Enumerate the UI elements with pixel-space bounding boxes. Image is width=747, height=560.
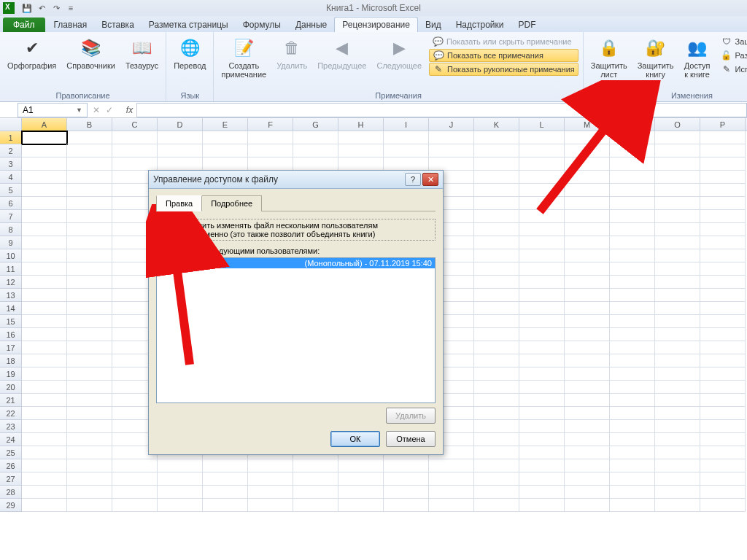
cell[interactable] bbox=[610, 459, 655, 472]
cell[interactable] bbox=[655, 236, 700, 249]
cell[interactable] bbox=[248, 472, 293, 486]
cell[interactable] bbox=[429, 158, 474, 171]
row-header[interactable]: 11 bbox=[0, 262, 22, 276]
tab-pdf[interactable]: PDF bbox=[511, 18, 543, 32]
cell[interactable] bbox=[384, 459, 429, 472]
cell[interactable] bbox=[700, 249, 746, 262]
cell[interactable] bbox=[248, 499, 293, 512]
cell[interactable] bbox=[429, 459, 474, 472]
cell[interactable] bbox=[293, 131, 338, 144]
cell[interactable] bbox=[565, 144, 610, 158]
cell[interactable] bbox=[293, 472, 338, 486]
cell[interactable] bbox=[22, 158, 67, 171]
cell[interactable] bbox=[22, 381, 67, 394]
cell[interactable] bbox=[338, 144, 384, 158]
cell[interactable] bbox=[22, 315, 67, 328]
row-header[interactable]: 10 bbox=[0, 249, 22, 262]
cell[interactable] bbox=[474, 289, 519, 302]
track-changes-button[interactable]: ✎Исправления ▾ bbox=[718, 63, 747, 76]
row-header[interactable]: 19 bbox=[0, 368, 22, 381]
cell[interactable] bbox=[474, 184, 519, 197]
cell[interactable] bbox=[429, 499, 474, 512]
share-workbook-button[interactable]: 👥Доступ к книге bbox=[681, 35, 713, 80]
cell[interactable] bbox=[565, 223, 610, 236]
cell[interactable] bbox=[22, 407, 67, 420]
qat-redo[interactable]: ↷ bbox=[50, 1, 63, 15]
cell[interactable] bbox=[384, 131, 429, 144]
cell[interactable] bbox=[67, 262, 112, 276]
cell[interactable] bbox=[474, 315, 519, 328]
cell[interactable] bbox=[655, 315, 700, 328]
cell[interactable] bbox=[158, 499, 203, 512]
col-header-G[interactable]: G bbox=[293, 118, 338, 131]
cell[interactable] bbox=[610, 407, 655, 420]
cell[interactable] bbox=[203, 486, 248, 499]
protect-share-button[interactable]: 🛡Защитить книгу bbox=[718, 35, 747, 48]
cell[interactable] bbox=[248, 486, 293, 499]
cell[interactable] bbox=[519, 459, 565, 472]
cell[interactable] bbox=[565, 131, 610, 144]
cell[interactable] bbox=[519, 486, 565, 499]
cell[interactable] bbox=[158, 459, 203, 472]
cell[interactable] bbox=[67, 486, 112, 499]
row-header[interactable]: 28 bbox=[0, 486, 22, 499]
cell[interactable] bbox=[67, 315, 112, 328]
cell[interactable] bbox=[67, 276, 112, 289]
cell[interactable] bbox=[67, 144, 112, 158]
cell[interactable] bbox=[565, 171, 610, 184]
cell[interactable] bbox=[474, 236, 519, 249]
cell[interactable] bbox=[293, 486, 338, 499]
cell[interactable] bbox=[700, 354, 746, 368]
cell[interactable] bbox=[655, 171, 700, 184]
cell[interactable] bbox=[474, 197, 519, 210]
select-all-corner[interactable] bbox=[0, 118, 22, 131]
cell[interactable] bbox=[384, 472, 429, 486]
cell[interactable] bbox=[22, 459, 67, 472]
cell[interactable] bbox=[565, 381, 610, 394]
cell[interactable] bbox=[519, 341, 565, 354]
cell[interactable] bbox=[67, 184, 112, 197]
cell[interactable] bbox=[474, 171, 519, 184]
tab-data[interactable]: Данные bbox=[288, 18, 334, 32]
user-list[interactable]: (Монопольный) - 07.11.2019 15:40 bbox=[156, 257, 436, 403]
cell[interactable] bbox=[474, 472, 519, 486]
cell[interactable] bbox=[700, 131, 746, 144]
cell[interactable] bbox=[610, 289, 655, 302]
cell[interactable] bbox=[67, 236, 112, 249]
cell[interactable] bbox=[158, 131, 203, 144]
protect-sheet-button[interactable]: 🔒Защитить лист bbox=[588, 35, 630, 80]
cell[interactable] bbox=[610, 420, 655, 433]
col-header-P[interactable]: P bbox=[700, 118, 746, 131]
cell[interactable] bbox=[519, 328, 565, 341]
cell[interactable] bbox=[474, 144, 519, 158]
showall-comments-button[interactable]: 💬Показать все примечания bbox=[429, 49, 578, 62]
cell[interactable] bbox=[610, 171, 655, 184]
col-header-A[interactable]: A bbox=[22, 118, 67, 131]
cell[interactable] bbox=[610, 276, 655, 289]
cell[interactable] bbox=[67, 394, 112, 407]
cell[interactable] bbox=[655, 302, 700, 315]
new-comment-button[interactable]: 📝Создать примечание bbox=[218, 35, 269, 80]
cell[interactable] bbox=[610, 354, 655, 368]
cell[interactable] bbox=[474, 341, 519, 354]
cell[interactable] bbox=[610, 249, 655, 262]
cell[interactable] bbox=[474, 328, 519, 341]
cell[interactable] bbox=[565, 210, 610, 223]
cell[interactable] bbox=[22, 223, 67, 236]
cell[interactable] bbox=[700, 276, 746, 289]
cell[interactable] bbox=[67, 354, 112, 368]
cell[interactable] bbox=[655, 459, 700, 472]
cell[interactable] bbox=[293, 459, 338, 472]
cell[interactable] bbox=[248, 158, 293, 171]
fx-button[interactable]: fx bbox=[123, 103, 137, 117]
cell[interactable] bbox=[519, 262, 565, 276]
cell[interactable] bbox=[519, 210, 565, 223]
cell[interactable] bbox=[565, 486, 610, 499]
cell[interactable] bbox=[158, 472, 203, 486]
cell[interactable] bbox=[565, 289, 610, 302]
cell[interactable] bbox=[203, 499, 248, 512]
cell[interactable] bbox=[700, 381, 746, 394]
cell[interactable] bbox=[67, 158, 112, 171]
row-header[interactable]: 17 bbox=[0, 341, 22, 354]
cell[interactable] bbox=[519, 368, 565, 381]
